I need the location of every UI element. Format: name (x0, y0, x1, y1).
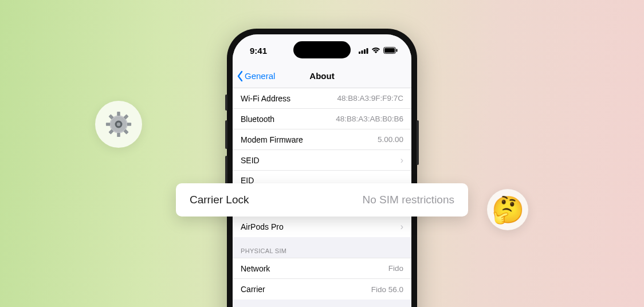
signal-icon (359, 48, 368, 54)
scene: 9:41 (0, 0, 644, 307)
dynamic-island (293, 41, 351, 58)
status-time: 9:41 (250, 44, 267, 56)
row-modem-firmware[interactable]: Modem Firmware 5.00.00 (233, 129, 411, 150)
silent-switch (225, 95, 227, 111)
battery-icon (383, 47, 398, 54)
svg-rect-15 (367, 48, 368, 54)
row-bluetooth[interactable]: Bluetooth 48:B8:A3:AB:B0:B6 (233, 109, 411, 129)
row-label: Modem Firmware (241, 135, 303, 144)
volume-up-button (225, 120, 227, 149)
chevron-right-icon: › (400, 222, 403, 232)
callout-label: Carrier Lock (190, 194, 249, 206)
svg-rect-17 (384, 48, 395, 53)
row-label: SEID (241, 156, 260, 165)
nav-bar: General About (233, 64, 411, 88)
status-icons (359, 45, 398, 54)
chevron-right-icon: › (400, 155, 403, 166)
row-value: 48:B8:A3:AB:B0:B6 (336, 115, 403, 123)
phone-frame: 9:41 (227, 29, 417, 307)
carrier-lock-callout: Carrier Lock No SIM restrictions (176, 183, 468, 217)
row-label: Wi-Fi Address (241, 94, 290, 103)
chevron-left-icon (236, 70, 244, 82)
settings-list-3: Network Fido Carrier Fido 56.0 (233, 258, 411, 300)
row-label: Carrier (241, 285, 265, 294)
row-label: AirPods Pro (241, 222, 284, 231)
phone-screen: 9:41 (233, 34, 411, 307)
row-value: 5.00.00 (378, 135, 403, 144)
callout-value: No SIM restrictions (363, 194, 454, 206)
svg-rect-13 (362, 50, 363, 54)
section-header-physical-sim: PHYSICAL SIM (233, 237, 411, 258)
svg-rect-2 (117, 133, 120, 137)
svg-rect-3 (106, 123, 110, 126)
power-button (417, 120, 419, 165)
row-seid[interactable]: SEID › (233, 150, 411, 171)
svg-rect-18 (396, 49, 398, 52)
svg-rect-4 (127, 123, 131, 126)
row-carrier[interactable]: Carrier Fido 56.0 (233, 279, 411, 300)
thinking-emoji-bubble: 🤔 (487, 189, 528, 230)
settings-list-2: AirPods Pro › (233, 217, 411, 237)
settings-list-1: Wi-Fi Address 48:B8:A3:9F:F9:7C Bluetoot… (233, 88, 411, 198)
svg-rect-12 (359, 52, 360, 54)
row-airpods[interactable]: AirPods Pro › (233, 217, 411, 237)
back-button[interactable]: General (236, 70, 275, 82)
svg-point-11 (117, 123, 120, 126)
svg-rect-1 (117, 112, 120, 116)
gear-bubble (95, 101, 142, 148)
row-value: Fido 56.0 (371, 285, 403, 294)
volume-down-button (225, 156, 227, 184)
page-title: About (309, 71, 334, 81)
thinking-face-icon: 🤔 (492, 196, 524, 223)
svg-rect-14 (364, 49, 366, 54)
wifi-icon (371, 47, 380, 54)
row-value: 48:B8:A3:9F:F9:7C (337, 94, 403, 103)
row-network[interactable]: Network Fido (233, 258, 411, 279)
row-wifi-address[interactable]: Wi-Fi Address 48:B8:A3:9F:F9:7C (233, 88, 411, 109)
row-value: Fido (388, 264, 403, 273)
gear-icon (105, 111, 132, 137)
row-label: Bluetooth (241, 115, 274, 124)
back-label: General (245, 71, 275, 81)
row-label: Network (241, 264, 270, 273)
